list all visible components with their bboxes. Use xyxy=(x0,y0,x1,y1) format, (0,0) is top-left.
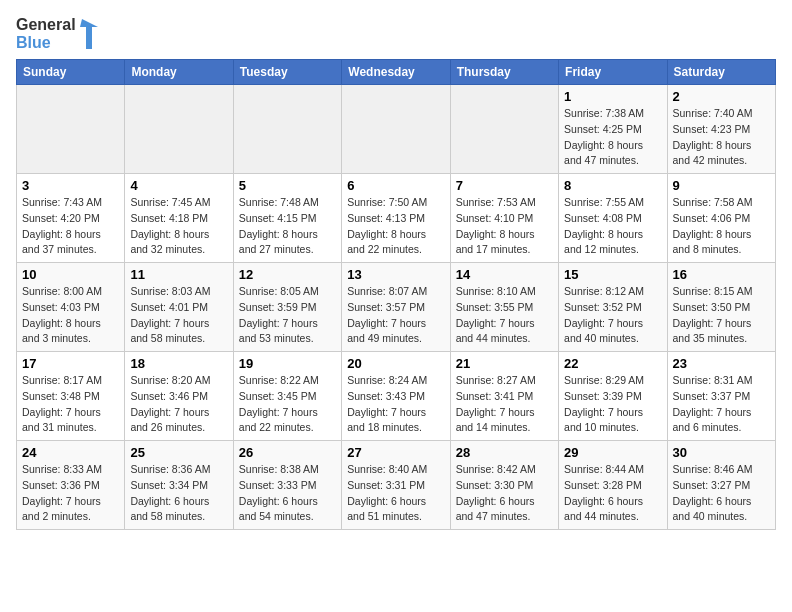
calendar-cell: 1Sunrise: 7:38 AM Sunset: 4:25 PM Daylig… xyxy=(559,85,667,174)
day-number: 6 xyxy=(347,178,444,193)
day-info: Sunrise: 8:29 AM Sunset: 3:39 PM Dayligh… xyxy=(564,373,661,436)
day-info: Sunrise: 8:00 AM Sunset: 4:03 PM Dayligh… xyxy=(22,284,119,347)
calendar-cell: 12Sunrise: 8:05 AM Sunset: 3:59 PM Dayli… xyxy=(233,263,341,352)
day-info: Sunrise: 8:03 AM Sunset: 4:01 PM Dayligh… xyxy=(130,284,227,347)
calendar-cell xyxy=(342,85,450,174)
day-number: 28 xyxy=(456,445,553,460)
calendar-header-row: SundayMondayTuesdayWednesdayThursdayFrid… xyxy=(17,60,776,85)
calendar-table: SundayMondayTuesdayWednesdayThursdayFrid… xyxy=(16,59,776,530)
day-info: Sunrise: 7:50 AM Sunset: 4:13 PM Dayligh… xyxy=(347,195,444,258)
day-info: Sunrise: 8:27 AM Sunset: 3:41 PM Dayligh… xyxy=(456,373,553,436)
day-number: 10 xyxy=(22,267,119,282)
day-number: 1 xyxy=(564,89,661,104)
day-info: Sunrise: 8:15 AM Sunset: 3:50 PM Dayligh… xyxy=(673,284,770,347)
day-number: 17 xyxy=(22,356,119,371)
day-number: 16 xyxy=(673,267,770,282)
calendar-cell: 14Sunrise: 8:10 AM Sunset: 3:55 PM Dayli… xyxy=(450,263,558,352)
calendar-week-row: 17Sunrise: 8:17 AM Sunset: 3:48 PM Dayli… xyxy=(17,352,776,441)
day-info: Sunrise: 8:42 AM Sunset: 3:30 PM Dayligh… xyxy=(456,462,553,525)
day-number: 24 xyxy=(22,445,119,460)
calendar-week-row: 24Sunrise: 8:33 AM Sunset: 3:36 PM Dayli… xyxy=(17,441,776,530)
calendar-cell: 16Sunrise: 8:15 AM Sunset: 3:50 PM Dayli… xyxy=(667,263,775,352)
day-info: Sunrise: 8:33 AM Sunset: 3:36 PM Dayligh… xyxy=(22,462,119,525)
day-number: 20 xyxy=(347,356,444,371)
col-header-monday: Monday xyxy=(125,60,233,85)
calendar-cell: 28Sunrise: 8:42 AM Sunset: 3:30 PM Dayli… xyxy=(450,441,558,530)
calendar-cell: 21Sunrise: 8:27 AM Sunset: 3:41 PM Dayli… xyxy=(450,352,558,441)
calendar-cell xyxy=(233,85,341,174)
calendar-cell: 26Sunrise: 8:38 AM Sunset: 3:33 PM Dayli… xyxy=(233,441,341,530)
day-info: Sunrise: 7:55 AM Sunset: 4:08 PM Dayligh… xyxy=(564,195,661,258)
calendar-week-row: 10Sunrise: 8:00 AM Sunset: 4:03 PM Dayli… xyxy=(17,263,776,352)
day-number: 9 xyxy=(673,178,770,193)
day-info: Sunrise: 8:44 AM Sunset: 3:28 PM Dayligh… xyxy=(564,462,661,525)
calendar-cell xyxy=(450,85,558,174)
day-number: 12 xyxy=(239,267,336,282)
day-info: Sunrise: 7:38 AM Sunset: 4:25 PM Dayligh… xyxy=(564,106,661,169)
col-header-friday: Friday xyxy=(559,60,667,85)
logo-arrow-icon xyxy=(80,17,100,51)
calendar-cell: 15Sunrise: 8:12 AM Sunset: 3:52 PM Dayli… xyxy=(559,263,667,352)
calendar-cell: 7Sunrise: 7:53 AM Sunset: 4:10 PM Daylig… xyxy=(450,174,558,263)
day-number: 2 xyxy=(673,89,770,104)
calendar-cell: 13Sunrise: 8:07 AM Sunset: 3:57 PM Dayli… xyxy=(342,263,450,352)
col-header-sunday: Sunday xyxy=(17,60,125,85)
day-info: Sunrise: 8:36 AM Sunset: 3:34 PM Dayligh… xyxy=(130,462,227,525)
day-info: Sunrise: 8:12 AM Sunset: 3:52 PM Dayligh… xyxy=(564,284,661,347)
calendar-week-row: 3Sunrise: 7:43 AM Sunset: 4:20 PM Daylig… xyxy=(17,174,776,263)
day-number: 18 xyxy=(130,356,227,371)
day-info: Sunrise: 8:24 AM Sunset: 3:43 PM Dayligh… xyxy=(347,373,444,436)
col-header-tuesday: Tuesday xyxy=(233,60,341,85)
day-info: Sunrise: 8:40 AM Sunset: 3:31 PM Dayligh… xyxy=(347,462,444,525)
calendar-cell: 24Sunrise: 8:33 AM Sunset: 3:36 PM Dayli… xyxy=(17,441,125,530)
day-info: Sunrise: 7:45 AM Sunset: 4:18 PM Dayligh… xyxy=(130,195,227,258)
day-info: Sunrise: 7:53 AM Sunset: 4:10 PM Dayligh… xyxy=(456,195,553,258)
day-number: 4 xyxy=(130,178,227,193)
day-number: 27 xyxy=(347,445,444,460)
calendar-cell: 6Sunrise: 7:50 AM Sunset: 4:13 PM Daylig… xyxy=(342,174,450,263)
day-info: Sunrise: 8:20 AM Sunset: 3:46 PM Dayligh… xyxy=(130,373,227,436)
day-info: Sunrise: 7:58 AM Sunset: 4:06 PM Dayligh… xyxy=(673,195,770,258)
calendar-cell: 2Sunrise: 7:40 AM Sunset: 4:23 PM Daylig… xyxy=(667,85,775,174)
col-header-wednesday: Wednesday xyxy=(342,60,450,85)
calendar-cell: 17Sunrise: 8:17 AM Sunset: 3:48 PM Dayli… xyxy=(17,352,125,441)
day-info: Sunrise: 7:43 AM Sunset: 4:20 PM Dayligh… xyxy=(22,195,119,258)
day-info: Sunrise: 8:31 AM Sunset: 3:37 PM Dayligh… xyxy=(673,373,770,436)
day-number: 23 xyxy=(673,356,770,371)
calendar-cell xyxy=(17,85,125,174)
logo-line1: General xyxy=(16,16,76,34)
day-number: 14 xyxy=(456,267,553,282)
day-number: 30 xyxy=(673,445,770,460)
day-number: 25 xyxy=(130,445,227,460)
calendar-cell: 23Sunrise: 8:31 AM Sunset: 3:37 PM Dayli… xyxy=(667,352,775,441)
day-number: 29 xyxy=(564,445,661,460)
col-header-saturday: Saturday xyxy=(667,60,775,85)
calendar-cell: 4Sunrise: 7:45 AM Sunset: 4:18 PM Daylig… xyxy=(125,174,233,263)
calendar-cell: 5Sunrise: 7:48 AM Sunset: 4:15 PM Daylig… xyxy=(233,174,341,263)
col-header-thursday: Thursday xyxy=(450,60,558,85)
calendar-cell: 30Sunrise: 8:46 AM Sunset: 3:27 PM Dayli… xyxy=(667,441,775,530)
calendar-cell: 29Sunrise: 8:44 AM Sunset: 3:28 PM Dayli… xyxy=(559,441,667,530)
day-info: Sunrise: 8:05 AM Sunset: 3:59 PM Dayligh… xyxy=(239,284,336,347)
calendar-week-row: 1Sunrise: 7:38 AM Sunset: 4:25 PM Daylig… xyxy=(17,85,776,174)
day-info: Sunrise: 8:07 AM Sunset: 3:57 PM Dayligh… xyxy=(347,284,444,347)
calendar-cell: 25Sunrise: 8:36 AM Sunset: 3:34 PM Dayli… xyxy=(125,441,233,530)
day-number: 22 xyxy=(564,356,661,371)
day-number: 19 xyxy=(239,356,336,371)
day-info: Sunrise: 8:17 AM Sunset: 3:48 PM Dayligh… xyxy=(22,373,119,436)
day-info: Sunrise: 7:48 AM Sunset: 4:15 PM Dayligh… xyxy=(239,195,336,258)
calendar-cell: 20Sunrise: 8:24 AM Sunset: 3:43 PM Dayli… xyxy=(342,352,450,441)
calendar-cell: 9Sunrise: 7:58 AM Sunset: 4:06 PM Daylig… xyxy=(667,174,775,263)
page-header: GeneralBlue xyxy=(16,16,776,51)
day-number: 13 xyxy=(347,267,444,282)
day-number: 21 xyxy=(456,356,553,371)
day-number: 11 xyxy=(130,267,227,282)
day-number: 8 xyxy=(564,178,661,193)
logo-line2: Blue xyxy=(16,34,76,52)
calendar-cell: 22Sunrise: 8:29 AM Sunset: 3:39 PM Dayli… xyxy=(559,352,667,441)
calendar-cell: 3Sunrise: 7:43 AM Sunset: 4:20 PM Daylig… xyxy=(17,174,125,263)
day-info: Sunrise: 8:22 AM Sunset: 3:45 PM Dayligh… xyxy=(239,373,336,436)
calendar-cell: 18Sunrise: 8:20 AM Sunset: 3:46 PM Dayli… xyxy=(125,352,233,441)
calendar-cell: 19Sunrise: 8:22 AM Sunset: 3:45 PM Dayli… xyxy=(233,352,341,441)
day-number: 15 xyxy=(564,267,661,282)
